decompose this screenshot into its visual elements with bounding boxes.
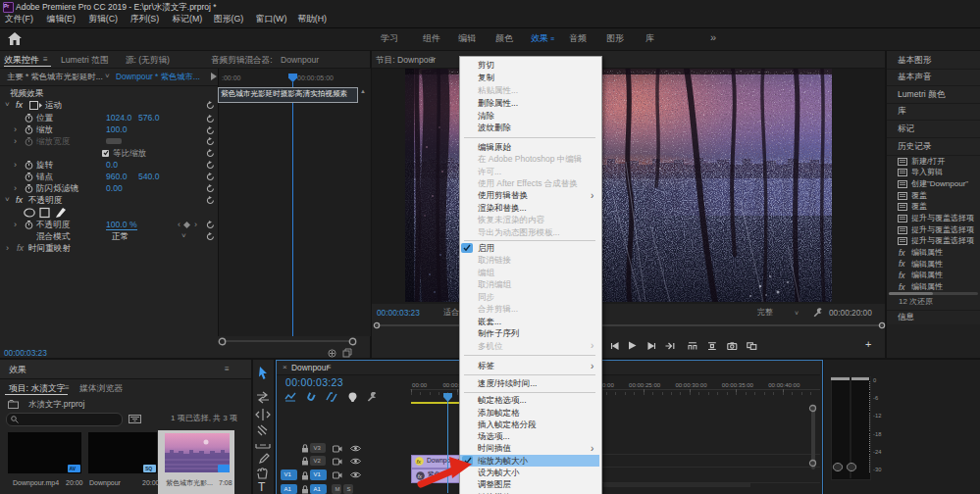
svg-text:T: T	[258, 480, 266, 494]
